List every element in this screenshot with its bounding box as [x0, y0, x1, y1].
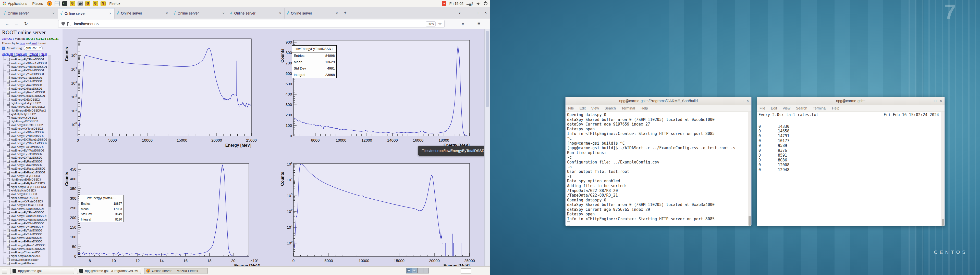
window-minimize-button[interactable]: – — [467, 9, 474, 16]
tree-item[interactable]: lowEnergyExXRate1sDSSD3 — [6, 214, 48, 218]
tree-item[interactable]: lowEnergyExXRateDSSD2 — [6, 130, 48, 134]
tree-item[interactable]: lowEnergyExEyDSSD2 — [6, 98, 48, 101]
tree-item[interactable]: lowEnergyExXTotalDSSD2 — [6, 145, 48, 149]
menu-terminal[interactable]: Terminal — [813, 106, 826, 110]
tree-item[interactable]: lowEnergyXYDSSD2 — [6, 116, 48, 119]
tree-item[interactable]: lowEnergyEyRateDSSD3 — [6, 236, 48, 240]
tab-online-server[interactable]: √Online server× — [115, 8, 171, 19]
tab-online-server[interactable]: √Online server× — [285, 8, 341, 19]
firefox-launcher-icon[interactable] — [47, 1, 52, 6]
tree-item[interactable]: lowEnergyEyRateDSSD1 — [6, 83, 48, 87]
tree-item[interactable]: lowEnergyEyRate1sDSSD2 — [6, 167, 48, 170]
tree-item[interactable]: xyMultiplicityDSSD2 — [6, 112, 48, 116]
network-status-icon[interactable]: ▂▄? — [466, 2, 473, 5]
tree-item[interactable]: lowEnergyEyTotalDSSD1 — [6, 76, 48, 79]
volume-muted-icon[interactable]: ◀× — [476, 2, 481, 5]
tree-item[interactable]: lowEnergyEyYRateDSSD3 — [6, 210, 48, 214]
midas-launcher-icon[interactable]: M — [100, 1, 106, 6]
tree-item[interactable]: highEnergyXYDSSD3 — [6, 196, 48, 200]
tab-online-server[interactable]: √Online server× — [1, 8, 58, 19]
tree-item[interactable]: highEnergyChannelADC — [6, 254, 48, 258]
tree-item[interactable]: lowEnergyHitPattern — [6, 261, 48, 265]
tree-scrollbar-thumb[interactable] — [48, 139, 51, 207]
tree-item[interactable]: highEnergyXYDSSD2 — [6, 119, 48, 123]
task-button[interactable]: npg@carme-gsi:~ — [10, 268, 74, 274]
tree-item[interactable]: highEnergyExEyDSSD3 — [6, 178, 48, 181]
tray-applet[interactable] — [461, 269, 471, 274]
places-menu[interactable]: Places — [30, 0, 46, 7]
minimize-icon[interactable]: – — [735, 99, 738, 103]
tab-close-icon[interactable]: × — [52, 11, 56, 16]
tree-item[interactable]: lowEnergyEyRateDSSD2 — [6, 160, 48, 163]
menu-file[interactable]: File — [568, 106, 574, 110]
menu-file[interactable]: File — [759, 106, 765, 110]
workspace-cell[interactable] — [417, 268, 423, 273]
menu-view[interactable]: View — [783, 106, 791, 110]
tree-item[interactable]: lowEnergyExEyPairDSSD3 — [6, 181, 48, 185]
show-desktop-button[interactable] — [2, 269, 7, 273]
workspace-cell[interactable] — [423, 268, 429, 273]
menu-help[interactable]: Help — [641, 106, 648, 110]
tab-close-icon[interactable]: × — [108, 11, 112, 16]
tree-item[interactable]: highEnergyExEyDSSDPair2 — [6, 109, 48, 112]
tree-item[interactable]: lowEnergyEyYRateDSSD1 — [6, 58, 48, 61]
tree-action-open-all[interactable]: open all — [2, 52, 13, 56]
tree-item[interactable]: lowEnergyEyTotalDSSD3 — [6, 229, 48, 232]
terminal-window-watch[interactable]: npg@carme-gsi:~ – □ × FileEditViewSearch… — [757, 97, 945, 225]
stats-box-top-right[interactable]: lowEnergyEyTotalDSSD1 Entries84898Mean13… — [292, 45, 337, 78]
tree-action-reload[interactable]: reload — [30, 52, 38, 56]
maximize-icon[interactable]: □ — [741, 99, 743, 103]
tree-item[interactable]: lowEnergyExXTotalDSSD1 — [6, 68, 48, 72]
tree-item[interactable]: lowEnergyEyYRate1sDSSD2 — [6, 141, 48, 145]
files-launcher-icon[interactable] — [55, 1, 60, 6]
tree-item[interactable]: lowEnergyExTotalDSSD2 — [6, 156, 48, 160]
tree-item[interactable]: lowEnergyExRateDSSD2 — [6, 163, 48, 167]
close-icon[interactable]: × — [940, 99, 942, 103]
maximize-icon[interactable]: □ — [934, 99, 936, 103]
midas-launcher-icon[interactable]: M — [70, 1, 75, 6]
terminal-scrollbar-thumb[interactable] — [749, 216, 751, 226]
tab-close-icon[interactable]: × — [278, 11, 282, 16]
monitoring-checkbox[interactable] — [2, 47, 5, 50]
root-canvas[interactable]: 0500010000150002000025000100101102103104… — [62, 29, 484, 266]
workspace-cell[interactable] — [412, 268, 417, 273]
tree-item[interactable]: lowEnergyExRate1sDSSD2 — [6, 171, 48, 174]
clock[interactable]: Fri 15:02 — [449, 2, 463, 6]
midas-launcher-icon[interactable]: M — [85, 1, 90, 6]
window-maximize-button[interactable]: □ — [475, 9, 481, 16]
tree-item[interactable]: lowEnergyExEyDSSD3 — [6, 174, 48, 178]
tree-item[interactable]: lowEnergyExTotalDSSD3 — [6, 232, 48, 236]
tree-item[interactable]: lowEnergyEyYRate1sDSSD3 — [6, 218, 48, 221]
terminal-window-sort[interactable]: npg@carme-gsi:~/Programs/CARME_Sort/buil… — [565, 97, 752, 225]
terminal-output[interactable]: Every 2.0s: tail rates.txt Fri Feb 16 15… — [757, 112, 945, 226]
tree-item[interactable]: xyMultiplicityDSSD3 — [6, 189, 48, 192]
tree-item[interactable]: lowEnergyExRateDSSD1 — [6, 87, 48, 90]
back-button[interactable]: ← — [3, 20, 11, 27]
terminal-output[interactable]: Opening dataspy 0dataSpy Shared buffer a… — [566, 112, 751, 226]
tree-item[interactable]: lowEnergyXYTotalDSSD2 — [6, 127, 48, 130]
tree-action-close-all[interactable]: close all — [16, 52, 27, 56]
notification-app-icon[interactable]: » — [442, 1, 446, 6]
task-button[interactable]: Online server — Mozilla Firefox — [144, 268, 208, 274]
url-bar[interactable]: localhost :8085 80% ☆ — [58, 20, 445, 28]
tab-online-server[interactable]: √Online server× — [228, 8, 285, 19]
page-scrollbar[interactable] — [484, 29, 490, 266]
menu-search[interactable]: Search — [605, 106, 616, 110]
tree-item[interactable]: lowEnergyXYRateDSSD2 — [6, 123, 48, 127]
tree-item[interactable]: lowEnergyEyRate1sDSSD3 — [6, 243, 48, 247]
tree-item[interactable]: highEnergyExEyDSSD2 — [6, 101, 48, 105]
menu-terminal[interactable]: Terminal — [621, 106, 635, 110]
app-menu-button[interactable]: ≡ — [475, 20, 482, 27]
tree-item[interactable]: lowEnergyExRate1sDSSD3 — [6, 247, 48, 251]
minimize-icon[interactable]: – — [929, 99, 931, 103]
tree-item[interactable]: lowEnergyXYDSSD3 — [6, 192, 48, 196]
jsroot-link[interactable]: JSROOT — [2, 37, 14, 41]
tree-item[interactable]: highEnergyExEyDSSDPair3 — [6, 185, 48, 189]
screenshot-launcher-icon[interactable] — [78, 1, 83, 6]
reload-button[interactable]: ↻ — [22, 20, 30, 27]
tree-item[interactable]: lowEnergyExXTotalDSSD3 — [6, 221, 48, 225]
terminal-scrollbar[interactable] — [941, 112, 945, 226]
window-close-button[interactable]: × — [482, 9, 489, 16]
tree-item[interactable]: lowEnergyEyYRate1sDSSD1 — [6, 65, 48, 68]
tree-item[interactable]: lowEnergyEyYTotalDSSD3 — [6, 225, 48, 229]
